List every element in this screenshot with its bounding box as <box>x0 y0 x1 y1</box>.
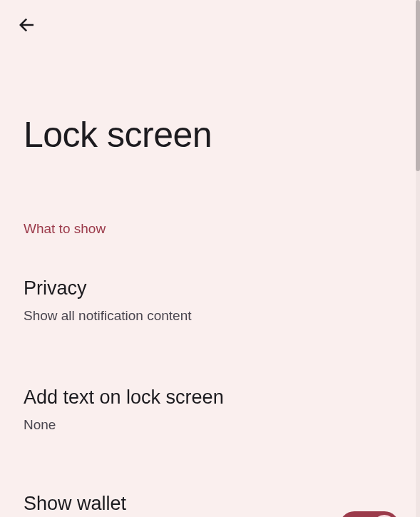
setting-row-privacy[interactable]: Privacy Show all notification content <box>0 277 420 326</box>
setting-text: Add text on lock screen None <box>24 386 224 435</box>
back-arrow-icon <box>16 14 37 36</box>
setting-title: Show wallet <box>24 492 337 515</box>
scrollbar-track[interactable] <box>416 0 420 517</box>
toggle-show-wallet[interactable] <box>339 511 399 517</box>
setting-row-show-wallet[interactable]: Show wallet Allow access to wallet from … <box>0 492 420 517</box>
setting-row-add-text[interactable]: Add text on lock screen None <box>0 386 420 435</box>
back-button[interactable] <box>16 14 37 36</box>
section-header-what-to-show: What to show <box>24 221 420 237</box>
page-title: Lock screen <box>24 114 420 155</box>
setting-text: Privacy Show all notification content <box>24 277 192 326</box>
setting-subtitle: None <box>24 416 224 435</box>
scrollbar-thumb[interactable] <box>416 0 420 171</box>
setting-title: Privacy <box>24 277 192 300</box>
setting-title: Add text on lock screen <box>24 386 224 409</box>
setting-subtitle: Show all notification content <box>24 307 192 326</box>
setting-text: Show wallet Allow access to wallet from … <box>24 492 337 517</box>
